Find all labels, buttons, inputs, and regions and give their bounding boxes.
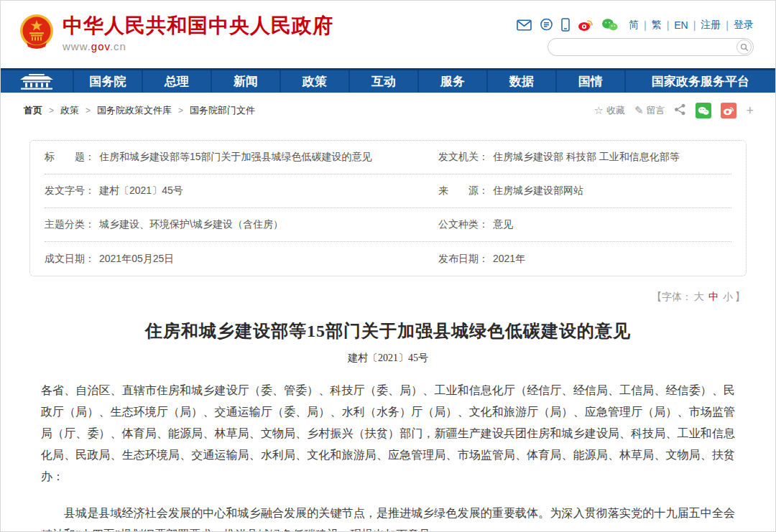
meta-row-dates: 成文日期：2021年05月25日 发布日期：2021年 xyxy=(45,242,731,276)
weibo-icon[interactable] xyxy=(578,18,593,32)
weibo-share-icon[interactable] xyxy=(721,103,736,118)
meta-label-title: 标 题： xyxy=(45,151,95,164)
star-icon: ☆ xyxy=(593,104,603,117)
comment-button[interactable]: ✎ 留言 xyxy=(634,104,665,117)
share-icon[interactable] xyxy=(674,103,686,118)
more-share-button[interactable]: + xyxy=(746,104,754,117)
nav-data[interactable]: 数据 xyxy=(486,70,555,93)
lang-traditional[interactable]: 繁 xyxy=(652,19,662,32)
tiananmen-icon xyxy=(18,74,55,90)
font-size-selector: 【字体：大中小】 xyxy=(31,291,745,304)
breadcrumb: 首页 > 政策 > 国务院政策文件库 > 国务院部门文件 xyxy=(24,104,255,117)
site-title: 中华人民共和国中央人民政府 xyxy=(63,14,333,38)
article-paragraph-recipients: 各省、自治区、直辖市住房和城乡建设厅（委、管委）、科技厅（委、局）、工业和信息化… xyxy=(41,380,735,487)
nav-home[interactable] xyxy=(1,70,73,93)
font-size-prefix: 【字体： xyxy=(652,291,692,302)
meta-value-title: 住房和城乡建设部等15部门关于加强县城绿色低碳建设的意见 xyxy=(99,151,372,164)
font-size-small[interactable]: 小 xyxy=(723,291,733,302)
article-paragraph-intro: 县城是县域经济社会发展的中心和城乡融合发展的关键节点，是推进城乡绿色发展的重要载… xyxy=(41,503,735,532)
nav-news[interactable]: 新闻 xyxy=(211,70,280,93)
wechat-share-icon[interactable] xyxy=(696,103,711,118)
lang-simplified[interactable]: 简 xyxy=(629,19,639,32)
site-url: www.gov.cn xyxy=(63,40,333,52)
font-size-medium[interactable]: 中 xyxy=(708,291,719,302)
main-nav: 国务院 总理 新闻 政策 互动 服务 数据 国情 国家政务服务平台 xyxy=(1,68,775,93)
logo-text: 中华人民共和国中央人民政府 www.gov.cn xyxy=(63,14,333,52)
breadcrumb-home[interactable]: 首页 xyxy=(24,104,42,117)
search-button[interactable] xyxy=(736,39,752,55)
nav-policy[interactable]: 政策 xyxy=(280,70,348,93)
meta-value-doc-type: 意见 xyxy=(493,218,513,231)
lang-english[interactable]: EN xyxy=(674,19,688,31)
nav-state-council[interactable]: 国务院 xyxy=(73,70,142,93)
meta-label-issuing-agency: 发文机关： xyxy=(438,151,489,164)
search-input[interactable] xyxy=(548,39,753,55)
wechat-icon[interactable] xyxy=(601,18,618,32)
meta-value-doc-number: 建村〔2021〕45号 xyxy=(99,185,183,197)
message-bubble-icon[interactable] xyxy=(540,18,553,32)
page-actions: ☆ 收藏 ✎ 留言 + xyxy=(593,103,754,118)
breadcrumb-policy-library[interactable]: 国务院政策文件库 xyxy=(97,104,172,117)
meta-label-source: 来 源： xyxy=(438,185,489,197)
meta-row-docnumber: 发文字号：建村〔2021〕45号 来 源：住房城乡建设部网站 xyxy=(45,174,731,208)
pencil-icon: ✎ xyxy=(634,104,644,117)
site-header: 中华人民共和国中央人民政府 www.gov.cn 简 | 繁 xyxy=(1,1,775,68)
breadcrumb-department-documents[interactable]: 国务院部门文件 xyxy=(190,104,255,117)
meta-row-category: 主题分类：城乡建设、环境保护\城乡建设（含住房） 公文种类：意见 xyxy=(45,208,731,242)
meta-value-written-date: 2021年05月25日 xyxy=(99,253,174,266)
meta-value-issuing-agency: 住房城乡建设部 科技部 工业和信息化部等 xyxy=(493,151,680,164)
meta-label-doc-number: 发文字号： xyxy=(45,185,95,197)
nav-premier[interactable]: 总理 xyxy=(142,70,211,93)
breadcrumb-separator: > xyxy=(49,106,54,116)
mail-icon[interactable] xyxy=(517,19,532,31)
document-meta-panel: 标 题：住房和城乡建设部等15部门关于加强县城绿色低碳建设的意见 发文机关：住房… xyxy=(29,140,747,276)
favorite-button[interactable]: ☆ 收藏 xyxy=(593,104,624,117)
meta-value-publish-date: 2021年 xyxy=(493,253,525,266)
breadcrumb-separator: > xyxy=(178,106,183,116)
meta-label-written-date: 成文日期： xyxy=(45,253,95,266)
header-quick-links: 简 | 繁 | EN | 注册 | 登录 xyxy=(517,18,754,32)
nav-gov-service-platform[interactable]: 国家政务服务平台 xyxy=(624,70,775,93)
font-size-suffix: 】 xyxy=(735,291,745,302)
breadcrumb-policy[interactable]: 政策 xyxy=(60,104,79,117)
nav-interaction[interactable]: 互动 xyxy=(348,70,417,93)
nav-national-conditions[interactable]: 国情 xyxy=(555,70,624,93)
meta-label-publish-date: 发布日期： xyxy=(438,253,489,266)
meta-row-title: 标 题：住房和城乡建设部等15部门关于加强县城绿色低碳建设的意见 发文机关：住房… xyxy=(45,141,731,174)
meta-label-subject-category: 主题分类： xyxy=(45,218,95,231)
national-emblem-icon xyxy=(19,14,54,50)
site-logo[interactable]: 中华人民共和国中央人民政府 www.gov.cn xyxy=(19,14,333,68)
article-doc-number: 建村〔2021〕45号 xyxy=(41,352,735,365)
meta-value-subject-category: 城乡建设、环境保护\城乡建设（含住房） xyxy=(99,218,283,231)
register-link[interactable]: 注册 xyxy=(701,19,721,32)
article-title: 住房和城乡建设部等15部门关于加强县城绿色低碳建设的意见 xyxy=(41,319,735,342)
nav-services[interactable]: 服务 xyxy=(417,70,486,93)
article: 住房和城乡建设部等15部门关于加强县城绿色低碳建设的意见 建村〔2021〕45号… xyxy=(41,319,735,532)
font-size-large[interactable]: 大 xyxy=(694,291,704,302)
meta-label-doc-type: 公文种类： xyxy=(438,218,489,231)
breadcrumb-separator: > xyxy=(86,106,91,116)
login-link[interactable]: 登录 xyxy=(734,19,754,32)
meta-value-source: 住房城乡建设部网站 xyxy=(493,185,583,197)
mobile-icon[interactable] xyxy=(561,18,570,32)
lang-links: 简 | 繁 | EN | 注册 | 登录 xyxy=(629,19,754,32)
search-bar xyxy=(548,38,754,56)
breadcrumb-row: 首页 > 政策 > 国务院政策文件库 > 国务院部门文件 ☆ 收藏 ✎ 留言 + xyxy=(1,93,775,127)
header-right: 简 | 繁 | EN | 注册 | 登录 xyxy=(517,14,754,68)
